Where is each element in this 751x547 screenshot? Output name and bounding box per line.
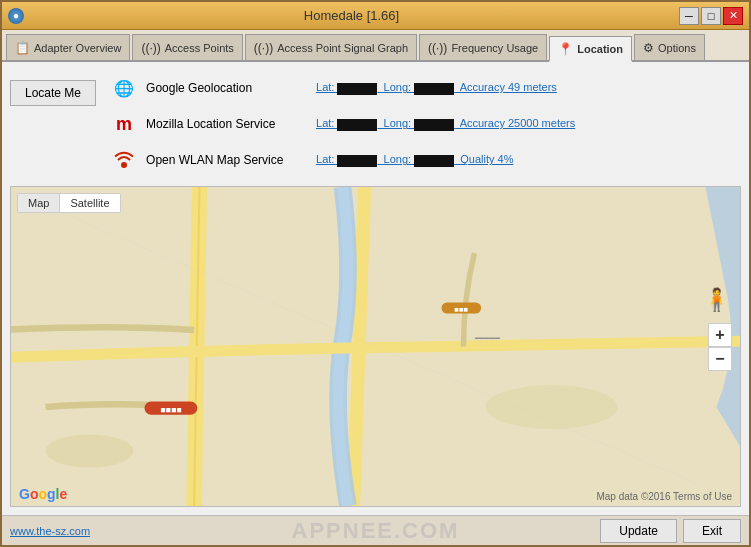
map-attribution: Map data ©2016 Terms of Use	[596, 491, 732, 502]
tab-location-label: Location	[577, 43, 623, 55]
svg-text:■■■■: ■■■■	[160, 405, 181, 415]
close-button[interactable]: ✕	[723, 7, 743, 25]
mozilla-lat	[337, 119, 377, 131]
google-icon: 🌐	[112, 76, 136, 100]
adapter-icon: 📋	[15, 41, 30, 55]
tab-access-points-label: Access Points	[165, 42, 234, 54]
location-services: Locate Me 🌐 Google Geolocation Lat: Long…	[10, 70, 741, 178]
minimize-button[interactable]: ─	[679, 7, 699, 25]
svg-point-0	[121, 162, 127, 168]
locate-row: Locate Me 🌐 Google Geolocation Lat: Long…	[10, 76, 741, 172]
google-long	[414, 83, 454, 95]
mozilla-long	[414, 119, 454, 131]
wlan-icon	[112, 148, 136, 172]
svg-point-8	[46, 435, 134, 468]
mozilla-icon: m	[112, 112, 136, 136]
services-list: 🌐 Google Geolocation Lat: Long: Accuracy…	[112, 76, 741, 172]
main-window: ● Homedale [1.66] ─ □ ✕ 📋 Adapter Overvi…	[0, 0, 751, 547]
options-icon: ⚙	[643, 41, 654, 55]
access-points-icon: ((·))	[141, 41, 160, 55]
map-svg: ■■■■ ■■■ ━━━━━ ░░░░░	[11, 187, 740, 506]
tab-adapter-label: Adapter Overview	[34, 42, 121, 54]
zoom-in-button[interactable]: +	[708, 323, 732, 347]
svg-text:━━━━━: ━━━━━	[473, 334, 499, 343]
signal-graph-icon: ((·))	[254, 41, 273, 55]
map-container[interactable]: ■■■■ ■■■ ━━━━━ ░░░░░ Map Satellite	[10, 186, 741, 507]
tab-location[interactable]: 📍 Location	[549, 36, 632, 62]
wlan-lat	[337, 155, 377, 167]
title-buttons: ─ □ ✕	[679, 7, 743, 25]
maximize-button[interactable]: □	[701, 7, 721, 25]
wlan-map-link[interactable]: Lat: Long: Quality 4%	[316, 153, 513, 166]
wlan-service-name: Open WLAN Map Service	[146, 153, 306, 167]
tab-frequency[interactable]: ((·)) Frequency Usage	[419, 34, 547, 60]
title-bar: ● Homedale [1.66] ─ □ ✕	[2, 2, 749, 30]
wlan-map-row: Open WLAN Map Service Lat: Long: Quality…	[112, 148, 741, 172]
mozilla-location-link[interactable]: Lat: Long: Accuracy 25000 meters	[316, 117, 575, 130]
app-icon: ●	[8, 8, 24, 24]
tab-signal-graph[interactable]: ((·)) Access Point Signal Graph	[245, 34, 417, 60]
wlan-long	[414, 155, 454, 167]
tab-access-points[interactable]: ((·)) Access Points	[132, 34, 242, 60]
pegman-icon[interactable]: 🧍	[703, 287, 730, 313]
zoom-out-button[interactable]: −	[708, 347, 732, 371]
locate-me-button[interactable]: Locate Me	[10, 80, 96, 106]
google-geolocation-row: 🌐 Google Geolocation Lat: Long: Accuracy…	[112, 76, 741, 100]
website-link[interactable]: www.the-sz.com	[10, 525, 90, 537]
tabs-bar: 📋 Adapter Overview ((·)) Access Points (…	[2, 30, 749, 62]
map-tab-map[interactable]: Map	[18, 194, 59, 212]
google-service-name: Google Geolocation	[146, 81, 306, 95]
frequency-icon: ((·))	[428, 41, 447, 55]
mozilla-service-name: Mozilla Location Service	[146, 117, 306, 131]
tab-signal-graph-label: Access Point Signal Graph	[277, 42, 408, 54]
watermark: APPNEE.COM	[292, 518, 460, 544]
location-icon: 📍	[558, 42, 573, 56]
tab-options[interactable]: ⚙ Options	[634, 34, 705, 60]
google-geolocation-link[interactable]: Lat: Long: Accuracy 49 meters	[316, 81, 557, 94]
mozilla-location-row: m Mozilla Location Service Lat: Long: Ac…	[112, 112, 741, 136]
svg-point-9	[486, 385, 618, 429]
google-logo: Google	[19, 486, 67, 502]
status-bar: www.the-sz.com APPNEE.COM Update Exit	[2, 515, 749, 545]
tab-options-label: Options	[658, 42, 696, 54]
map-tabs: Map Satellite	[17, 193, 121, 213]
content-area: Locate Me 🌐 Google Geolocation Lat: Long…	[2, 62, 749, 515]
tab-frequency-label: Frequency Usage	[451, 42, 538, 54]
svg-text:■■■: ■■■	[454, 305, 468, 314]
tab-adapter[interactable]: 📋 Adapter Overview	[6, 34, 130, 60]
exit-button[interactable]: Exit	[683, 519, 741, 543]
update-button[interactable]: Update	[600, 519, 677, 543]
map-controls: + −	[708, 323, 732, 371]
window-title: Homedale [1.66]	[24, 8, 679, 23]
map-tab-satellite[interactable]: Satellite	[60, 194, 119, 212]
status-buttons: Update Exit	[600, 519, 741, 543]
google-lat	[337, 83, 377, 95]
